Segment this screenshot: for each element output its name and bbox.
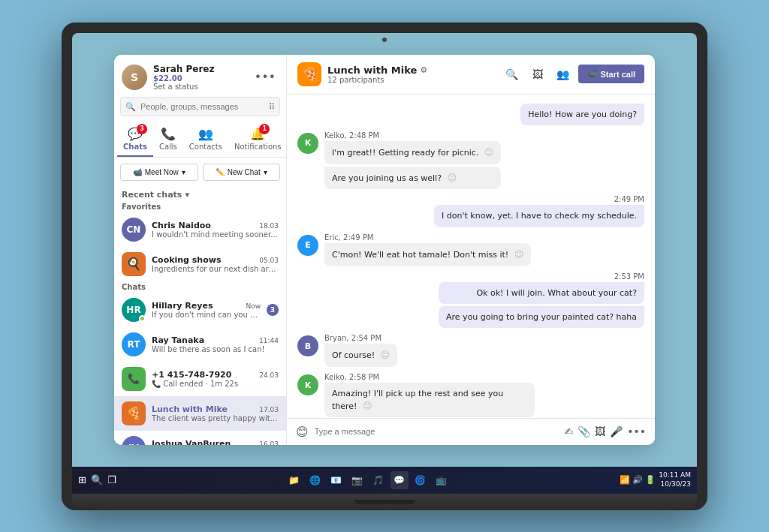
message-bubble-eric: C'mon! We'll eat hot tamale! Don't miss … bbox=[324, 243, 531, 266]
start-call-button[interactable]: 📹 Start call bbox=[578, 65, 644, 83]
meet-now-label: Meet Now bbox=[145, 168, 179, 176]
task-view-button[interactable]: ❐ bbox=[107, 474, 116, 485]
more-options-button[interactable]: ••• bbox=[252, 67, 279, 87]
calls-icon: 📞 bbox=[161, 127, 176, 141]
message-bubble-sent-3b: Are you going to bring your painted cat?… bbox=[439, 306, 644, 328]
tab-notifications[interactable]: 🔔 1 Notifications bbox=[228, 124, 287, 157]
chat-body-ray: Ray Tanaka 11:44 Will be there as soon a… bbox=[152, 335, 279, 353]
screen-content: S Sarah Perez $22.00 Set a status ••• 🔍 bbox=[72, 33, 697, 467]
taskbar-app-folder[interactable]: 📁 bbox=[285, 471, 303, 489]
compose-area: 😊 ✍️ 📎 🖼 🎤 ••• bbox=[287, 418, 655, 445]
new-chat-chevron: ▾ bbox=[264, 168, 267, 176]
profile-section: S Sarah Perez $22.00 Set a status ••• bbox=[114, 55, 286, 97]
chat-body-cooking: Cooking shows 05.03 Ingredients for our … bbox=[152, 255, 279, 273]
search-input[interactable] bbox=[120, 97, 280, 116]
tab-calls[interactable]: 📞 Calls bbox=[153, 124, 183, 157]
chats-badge: 3 bbox=[137, 124, 147, 134]
header-actions: 🔍 🖼 👥 📹 Start call bbox=[502, 64, 644, 85]
taskbar-app-skype[interactable]: 📺 bbox=[433, 471, 451, 489]
chat-item-chris[interactable]: CN Chris Naidoo 18.03 I wouldn't mind me… bbox=[114, 212, 286, 247]
compose-image-icon[interactable]: 🖼 bbox=[595, 425, 605, 437]
chat-name-cooking: Cooking shows bbox=[152, 255, 221, 265]
wifi-icon[interactable]: 📶 bbox=[620, 475, 630, 485]
taskbar-time-value: 10:11 AM bbox=[659, 471, 691, 480]
tab-contacts-label: Contacts bbox=[189, 143, 222, 151]
message-row-keiko-1: K Keiko, 2:48 PM I'm great!! Getting rea… bbox=[297, 131, 644, 190]
taskbar-app-edge[interactable]: 🌀 bbox=[412, 471, 430, 489]
chat-area: 🍕 Lunch with Mike ⚙️ 12 participants 🔍 🖼 bbox=[287, 55, 655, 445]
chat-body-joshua: Joshua VanBuren 16.03 You: Thank you! bbox=[152, 439, 279, 445]
chat-list: Recent chats ▾ Favorites CN Chris Naidoo bbox=[114, 187, 286, 445]
volume-icon[interactable]: 🔊 bbox=[632, 475, 643, 485]
add-person-button[interactable]: 🖼 bbox=[527, 64, 548, 85]
chats-icon: 💬 3 bbox=[128, 127, 143, 141]
battery-icon[interactable]: 🔋 bbox=[645, 475, 656, 485]
app-window: S Sarah Perez $22.00 Set a status ••• 🔍 bbox=[114, 55, 655, 445]
compose-input[interactable] bbox=[315, 427, 559, 436]
chat-item-ray[interactable]: RT Ray Tanaka 11:44 Will be there as soo… bbox=[114, 327, 286, 362]
chat-avatar-lunch: 🍕 bbox=[122, 401, 146, 425]
chat-time-ray: 11:44 bbox=[259, 337, 279, 344]
grid-icon[interactable]: ⠿ bbox=[269, 101, 275, 111]
taskbar-app-photos[interactable]: 📷 bbox=[348, 471, 366, 489]
new-chat-button[interactable]: ✏️ New Chat ▾ bbox=[203, 164, 281, 181]
chat-name-lunch: Lunch with Mike bbox=[152, 404, 228, 414]
chat-item-phone[interactable]: 📞 +1 415-748-7920 24.03 📞 Call ended · 1… bbox=[114, 362, 286, 396]
chat-time-chris: 18.03 bbox=[259, 222, 279, 230]
profile-amount: $22.00 bbox=[153, 74, 182, 83]
meet-now-button[interactable]: 📹 Meet Now ▾ bbox=[120, 164, 198, 181]
compose-format-icon[interactable]: ✍️ bbox=[564, 425, 573, 437]
chat-preview-phone: 📞 Call ended · 1m 22s bbox=[152, 380, 279, 388]
message-row-eric: E Eric, 2:49 PM C'mon! We'll eat hot tam… bbox=[297, 233, 644, 266]
message-bubble-0: Hello! How are you doing? bbox=[520, 104, 644, 125]
message-row-sent-2: 2:49 PM I don't know, yet. I have to che… bbox=[297, 195, 644, 227]
chat-name-hillary: Hillary Reyes bbox=[152, 301, 213, 311]
message-avatar-keiko: K bbox=[297, 133, 318, 154]
tab-contacts[interactable]: 👥 Contacts bbox=[183, 124, 228, 157]
chats-section-label: Chats bbox=[114, 281, 286, 293]
tab-chats[interactable]: 💬 3 Chats bbox=[117, 124, 153, 157]
recent-chats-header[interactable]: Recent chats ▾ bbox=[114, 187, 286, 201]
chat-time-cooking: 05.03 bbox=[259, 257, 279, 264]
taskbar-app-teams[interactable]: 💬 bbox=[391, 471, 409, 489]
chat-item-hillary[interactable]: HR Hillary Reyes Now If you don't mind c… bbox=[114, 293, 286, 327]
notifications-badge: 1 bbox=[259, 124, 270, 134]
message-bubble-keiko-3: Amazing! I'll pick up the rest and see y… bbox=[324, 383, 535, 417]
settings-icon[interactable]: ⚙️ bbox=[420, 65, 427, 75]
chat-time-hillary: Now bbox=[246, 302, 261, 310]
chat-item-lunch[interactable]: 🍕 Lunch with Mike 17.03 The client was p… bbox=[114, 396, 286, 431]
taskbar-app-mail[interactable]: 📧 bbox=[327, 471, 345, 489]
profile-status[interactable]: Set a status bbox=[153, 83, 246, 91]
message-sender-bryan: Bryan, 2:54 PM bbox=[324, 334, 397, 342]
message-sender-eric: Eric, 2:49 PM bbox=[324, 233, 531, 242]
compose-attach-icon[interactable]: 📎 bbox=[578, 425, 590, 437]
taskbar-app-browser[interactable]: 🌐 bbox=[306, 471, 324, 489]
chat-item-cooking[interactable]: 🍳 Cooking shows 05.03 Ingredients for ou… bbox=[114, 247, 286, 281]
meet-now-icon: 📹 bbox=[133, 168, 142, 176]
online-indicator-hillary bbox=[139, 315, 146, 322]
message-row-bryan: B Bryan, 2:54 PM Of course! 😊 bbox=[297, 334, 644, 367]
compose-audio-icon[interactable]: 🎤 bbox=[610, 425, 623, 437]
message-bubble-bryan: Of course! 😊 bbox=[324, 344, 397, 367]
search-messages-button[interactable]: 🔍 bbox=[502, 64, 523, 85]
chat-name-chris: Chris Naidoo bbox=[152, 221, 211, 230]
participants-button[interactable]: 👥 bbox=[553, 64, 574, 85]
start-call-icon: 📹 bbox=[587, 69, 598, 79]
profile-info: Sarah Perez $22.00 Set a status bbox=[153, 64, 246, 91]
avatar[interactable]: S bbox=[122, 65, 147, 90]
chat-item-joshua[interactable]: JV Joshua VanBuren 16.03 You: Thank you! bbox=[114, 431, 286, 445]
compose-more-icon[interactable]: ••• bbox=[627, 425, 646, 437]
taskbar-clock[interactable]: 10:11 AM 10/30/23 bbox=[659, 471, 691, 488]
chat-preview-hillary: If you don't mind can you finish... bbox=[152, 311, 261, 319]
search-bar: 🔍 ⠿ bbox=[120, 97, 280, 116]
taskbar-date-value: 10/30/23 bbox=[659, 480, 691, 489]
taskbar-app-music[interactable]: 🎵 bbox=[369, 471, 388, 489]
windows-button[interactable]: ⊞ bbox=[78, 474, 86, 485]
recent-chats-chevron: ▾ bbox=[185, 190, 189, 200]
chat-avatar-phone: 📞 bbox=[122, 367, 146, 391]
search-taskbar-button[interactable]: 🔍 bbox=[91, 474, 103, 485]
tab-chats-label: Chats bbox=[123, 143, 147, 151]
message-content-keiko-1: Keiko, 2:48 PM I'm great!! Getting ready… bbox=[324, 131, 501, 190]
emoji-button[interactable]: 😊 bbox=[296, 425, 309, 439]
chat-avatar-chris: CN bbox=[122, 218, 146, 242]
